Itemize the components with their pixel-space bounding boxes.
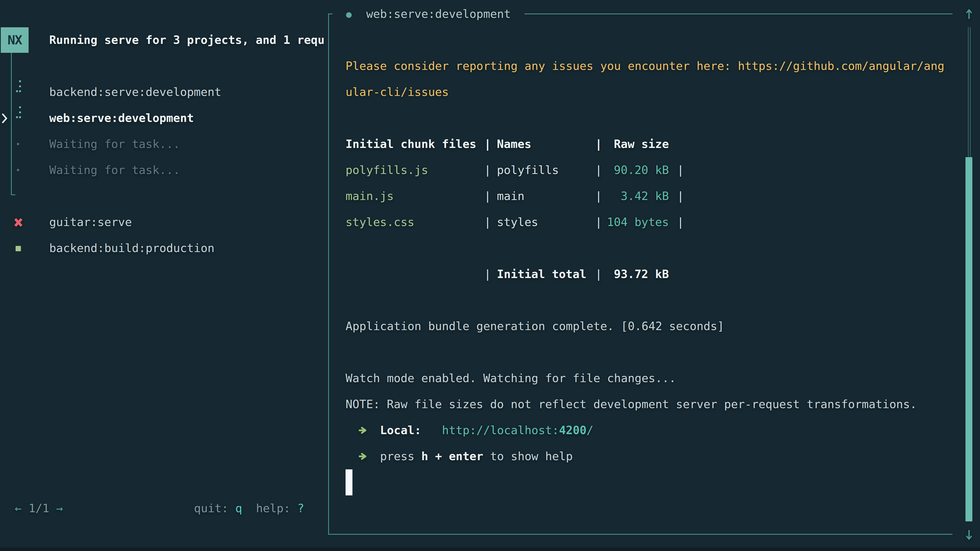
table-cell-name: polyfills [497,157,559,183]
terminal-cursor [345,469,352,495]
sidebar-header-text: Running serve for 3 projects, and 1 requ [49,33,325,47]
notice-line-1: Please consider reporting any issues you… [345,53,944,79]
bundle-complete-line: Application bundle generation complete. … [345,313,724,339]
panel-border-bottom [328,534,953,535]
table-cell-size: 90.20 kB [597,157,669,183]
task-label: Waiting for task... [49,163,180,177]
scrollbar-track[interactable] [968,27,969,157]
note-line: NOTE: Raw file sizes do not reflect deve… [345,391,917,417]
table-separator: | [677,157,684,183]
scroll-down-icon[interactable] [965,529,973,540]
bottom-edge [0,548,980,551]
sidebar-header: Running serve for 3 projects, and 1 requ [49,27,326,53]
panel-title: web:serve:development [366,1,511,27]
spinner-icon [16,106,21,118]
table-cell-file: main.js [345,183,394,209]
table-header-names: Names [497,131,531,157]
table-separator: | [677,183,684,209]
table-separator: | [484,183,491,209]
pagination-prev[interactable]: ← [15,495,22,521]
panel-border-top-stub [328,14,332,14]
pagination-next[interactable]: → [56,495,63,521]
table-cell-file: polyfills.js [345,157,428,183]
table-header-files: Initial chunk files [345,131,476,157]
task-tree-corner [11,194,15,195]
table-cell-size: 3.42 kB [597,183,669,209]
table-separator: | [484,131,491,157]
local-url-line: Local: http://localhost:4200/ [380,417,593,443]
task-item-waiting-1: Waiting for task... [49,131,180,157]
failed-x-icon [14,218,23,227]
task-tree-line [11,53,12,195]
table-separator: | [484,157,491,183]
local-label: Local: [380,424,422,437]
chevron-right-icon [1,113,8,124]
help-label: help: [256,495,290,521]
scrollbar-track[interactable] [970,27,970,157]
table-total-size: 93.72 kB [597,261,669,287]
notice-line-2[interactable]: ular-cli/issues [345,79,449,105]
task-label: Waiting for task... [49,137,180,151]
task-label: backend:serve:development [49,85,221,99]
task-item-waiting-2: Waiting for task... [49,157,180,183]
panel-border-top [525,14,953,14]
help-key[interactable]: ? [298,495,304,521]
pagination-current: 1/1 [29,495,49,521]
task-label: backend:build:production [49,241,215,255]
table-cell-size: 104 bytes [597,209,669,235]
help-hint-keys: h + enter [422,449,484,463]
local-url[interactable]: http://localhost: [442,424,559,437]
arrow-right-icon [359,426,368,434]
help-hint-line: press h + enter to show help [380,443,573,469]
task-item-backend-serve[interactable]: backend:serve:development [49,79,221,105]
nx-logo: NX [1,27,29,53]
spinner-icon [16,80,21,92]
table-separator: | [677,209,684,235]
quit-key[interactable]: q [235,495,242,521]
local-url-slash[interactable]: / [587,424,593,437]
table-cell-name: main [497,183,525,209]
panel-border-left [328,14,329,535]
scroll-up-icon[interactable] [965,9,973,20]
scrollbar-thumb[interactable] [966,157,972,521]
task-item-web-serve[interactable]: web:serve:development [49,105,194,131]
running-bullet-icon [346,12,352,18]
task-item-guitar-serve[interactable]: guitar:serve [49,209,132,235]
waiting-dot-icon [17,143,19,145]
success-square-icon [16,246,21,251]
table-header-rawsize: Raw size [597,131,669,157]
table-cell-name: styles [497,209,538,235]
quit-label: quit: [194,495,228,521]
waiting-dot-icon [17,169,19,171]
nx-tui-app: NX Running serve for 3 projects, and 1 r… [0,0,980,551]
table-separator: | [484,209,491,235]
table-separator: | [484,261,491,287]
watch-mode-line: Watch mode enabled. Watching for file ch… [345,365,676,391]
nx-logo-text: NX [7,33,22,48]
task-item-backend-build[interactable]: backend:build:production [49,235,215,261]
task-label: guitar:serve [49,215,132,229]
task-label: web:serve:development [49,111,194,125]
arrow-right-icon [359,452,368,460]
table-total-label: Initial total [497,261,587,287]
table-cell-file: styles.css [345,209,414,235]
local-url-port[interactable]: 4200 [559,424,587,437]
